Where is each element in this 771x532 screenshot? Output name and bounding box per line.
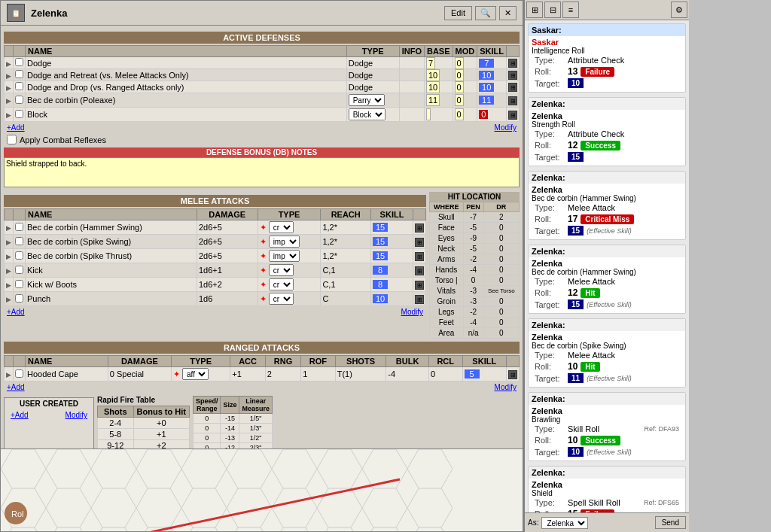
chat-footer: As: Zelenka Send: [525, 512, 689, 532]
zelenka-name-1: Zelenka: [532, 111, 682, 120]
defense-add-modify: +Add Modify: [4, 122, 520, 133]
user-created-add-link[interactable]: +Add: [11, 411, 29, 419]
defense-checkbox[interactable]: [15, 70, 23, 78]
grid-icon[interactable]: ⊞: [508, 370, 517, 379]
melee-row: ▶ Bec de corbin (Spike Swing) 2d6+5 ✦ im…: [5, 235, 426, 249]
zelenka-target-row-4: Target: 11 (Effective Skill): [532, 372, 682, 385]
grid-icon[interactable]: ⊞: [415, 223, 424, 233]
sr-row: 0-131/2": [193, 433, 272, 443]
ranged-modify-link[interactable]: Modify: [495, 383, 517, 391]
melee-type-select[interactable]: imp: [269, 236, 300, 248]
roll-group-zelenka-shield: Zelenka: Zelenka Shield Type: Spell Skil…: [528, 466, 686, 512]
as-character-select[interactable]: Zelenka: [541, 517, 588, 529]
melee-checkbox[interactable]: [15, 251, 23, 260]
melee-checkbox[interactable]: [15, 266, 23, 274]
defense-add-link[interactable]: +Add: [7, 123, 25, 132]
send-button[interactable]: Send: [655, 516, 686, 529]
user-created-modify-link[interactable]: Modify: [66, 411, 87, 419]
hit-loc-row: Vitals-3See Torso: [430, 286, 520, 296]
hit-loc-row: Neck-50: [430, 244, 520, 254]
search-button[interactable]: 🔍: [475, 6, 496, 20]
zelenka-action-4: Bec de corbin (Spike Swing): [532, 342, 682, 350]
defense-checkbox[interactable]: [15, 82, 23, 90]
rf-row: 9-12+2: [98, 440, 190, 449]
melee-checkbox[interactable]: [15, 294, 23, 302]
hit-loc-row: Groin-30: [430, 296, 520, 307]
dice-tool-1[interactable]: ⊞: [526, 2, 543, 18]
edit-button[interactable]: Edit: [444, 6, 472, 20]
dice-tool-3[interactable]: ≡: [562, 2, 579, 18]
rf-row: 2-4+0: [98, 418, 190, 429]
ranged-add-link[interactable]: +Add: [7, 383, 25, 391]
block-type-select[interactable]: Block: [349, 108, 386, 120]
grid-icon[interactable]: ⊞: [508, 96, 517, 105]
grid-icon[interactable]: ⊞: [508, 83, 517, 92]
defense-bonus-textarea[interactable]: Shield strapped to back.: [4, 157, 520, 187]
apply-combat-checkbox[interactable]: [7, 135, 17, 144]
ranged-attacks-header: RANGED ATTACKS: [4, 342, 520, 354]
melee-row: ▶ Kick w/ Boots 1d6+2 ✦ cr C,1 8 ⊞: [5, 278, 426, 292]
ranged-checkbox[interactable]: [15, 369, 23, 378]
melee-add-link[interactable]: +Add: [7, 308, 25, 316]
ranged-type-select[interactable]: aff: [182, 368, 209, 380]
map-area: Rol: [1, 448, 523, 531]
defense-row-dodge-drop: ▶ Dodge and Drop (vs. Ranged Attacks onl…: [5, 81, 520, 93]
apply-combat-label: Apply Combat Reflexes: [20, 135, 106, 144]
hit-loc-row: Eyes-90: [430, 233, 520, 244]
hit-loc-row: Skull-72: [430, 212, 520, 223]
svg-text:Rol: Rol: [11, 509, 24, 518]
grid-icon[interactable]: ⊞: [415, 238, 424, 247]
melee-checkbox[interactable]: [15, 280, 23, 288]
zelenka-roll-badge-2: Critical Miss: [581, 214, 634, 224]
speed-range-container: Speed/Range Size LinearMeasure 0-151/5" …: [193, 396, 273, 448]
close-button[interactable]: ✕: [499, 6, 517, 20]
character-name: Zelenka: [31, 8, 67, 19]
rapid-fire-table: Shots Bonus to Hit 2-4+0 5-8+1 9-12+2 13…: [97, 406, 190, 448]
grid-icon[interactable]: ⊞: [508, 111, 517, 120]
hit-location-header: HIT LOCATION: [429, 192, 520, 202]
zelenka-action-2: Bec de corbin (Hammer Swing): [532, 194, 682, 202]
melee-type-select[interactable]: cr: [269, 221, 294, 233]
saskar-name: Saskar: [532, 38, 682, 47]
svg-rect-1: [1, 449, 453, 531]
melee-type-select[interactable]: cr: [269, 264, 294, 276]
zelenka-target-row-5: Target: 10 (Effective Skill): [532, 446, 682, 459]
grid-icon[interactable]: ⊞: [508, 71, 517, 80]
melee-type-select[interactable]: imp: [269, 250, 300, 262]
grid-icon[interactable]: ⊞: [415, 281, 424, 290]
roll-group-header: Zelenka:: [529, 172, 685, 184]
sheet-content: ACTIVE DEFENSES NAME TYPE INFO BASE MOD …: [1, 26, 523, 448]
active-defenses-header: ACTIVE DEFENSES: [4, 32, 520, 44]
zelenka-roll-badge-5: Success: [581, 436, 620, 445]
ranged-attacks-section: RANGED ATTACKS NAME DAMAGE TYPE ACC RNG …: [4, 342, 520, 393]
hit-loc-row: Arean/a0: [430, 328, 520, 339]
defense-checkbox[interactable]: [15, 58, 23, 66]
defense-checkbox[interactable]: [15, 110, 23, 118]
hit-loc-row: Legs-20: [430, 307, 520, 318]
melee-type-select[interactable]: cr: [269, 278, 294, 290]
defense-modify-link[interactable]: Modify: [495, 123, 517, 132]
grid-icon[interactable]: ⊞: [415, 295, 424, 304]
grid-icon[interactable]: ⊞: [508, 59, 517, 68]
sr-row: 0-151/5": [193, 414, 272, 424]
melee-checkbox[interactable]: [15, 223, 23, 231]
melee-checkbox[interactable]: [15, 237, 23, 245]
parry-type-select[interactable]: Parry: [349, 94, 385, 106]
zelenka-name-2: Zelenka: [532, 185, 682, 194]
defense-row-dodge-retreat: ▶ Dodge and Retreat (vs. Melee Attacks O…: [5, 69, 520, 81]
grid-icon[interactable]: ⊞: [415, 252, 424, 261]
dice-tool-4[interactable]: ⚙: [671, 2, 687, 18]
zelenka-action-5: Brawling: [532, 415, 682, 424]
dice-tool-2[interactable]: ⊟: [544, 2, 561, 18]
zelenka-name-6: Zelenka: [532, 480, 682, 489]
grid-icon[interactable]: ⊞: [415, 266, 424, 275]
hit-location-table: WHERE PEN DR Skull-72 Face-50 Eyes-90 Ne…: [429, 202, 520, 339]
ranged-add-modify: +Add Modify: [4, 382, 520, 393]
defense-checkbox[interactable]: [15, 96, 23, 104]
melee-modify-link[interactable]: Modify: [401, 308, 423, 316]
defense-row-dodge: ▶ Dodge Dodge 7 0 7 ⊞: [5, 57, 520, 69]
sr-row: 0-122/3": [193, 443, 272, 449]
roll-group-header: Zelenka:: [529, 98, 685, 110]
melee-type-select[interactable]: cr: [269, 293, 294, 305]
apply-combat-row: Apply Combat Reflexes: [4, 133, 520, 146]
